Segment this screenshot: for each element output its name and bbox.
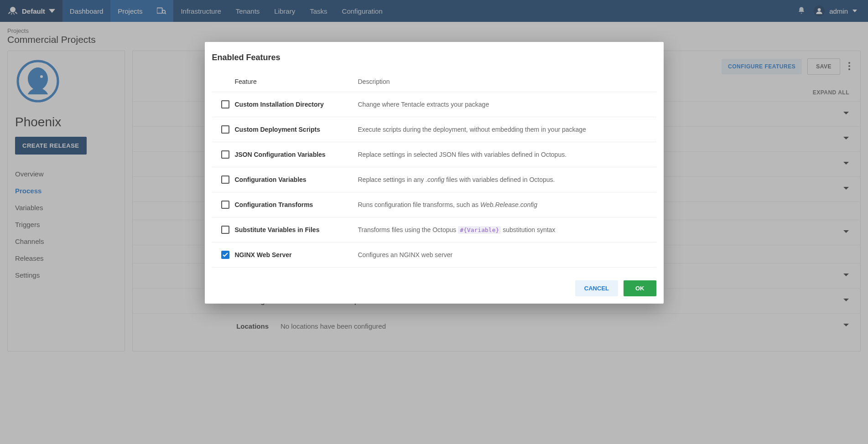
table-header: Feature Description	[212, 72, 656, 92]
feature-checkbox[interactable]	[221, 100, 229, 108]
feature-row: NGINX Web ServerConfigures an NGINX web …	[212, 243, 656, 268]
feature-description: Runs configuration file transforms, such…	[358, 201, 647, 208]
feature-name: Configuration Transforms	[235, 201, 313, 208]
feature-name: JSON Configuration Variables	[235, 151, 326, 158]
cancel-button[interactable]: CANCEL	[575, 280, 618, 296]
features-table: Feature Description Custom Installation …	[212, 72, 656, 268]
feature-row: Custom Deployment ScriptsExecute scripts…	[212, 117, 656, 142]
feature-checkbox[interactable]	[221, 176, 229, 184]
feature-row: Custom Installation DirectoryChange wher…	[212, 92, 656, 117]
feature-name: Custom Installation Directory	[235, 101, 324, 108]
feature-name: Configuration Variables	[235, 176, 307, 183]
feature-description: Configures an NGINX web server	[358, 251, 647, 258]
feature-checkbox[interactable]	[221, 125, 229, 134]
feature-checkbox[interactable]	[221, 150, 229, 159]
feature-name: NGINX Web Server	[235, 251, 292, 258]
feature-row: Configuration TransformsRuns configurati…	[212, 192, 656, 217]
enabled-features-dialog: Enabled Features Feature Description Cus…	[205, 42, 664, 304]
dialog-title: Enabled Features	[205, 42, 664, 72]
feature-col-header: Feature	[221, 78, 358, 85]
description-col-header: Description	[358, 78, 647, 85]
feature-name: Custom Deployment Scripts	[235, 126, 320, 133]
feature-description: Change where Tentacle extracts your pack…	[358, 101, 647, 108]
feature-description: Transforms files using the Octopus #{Var…	[358, 226, 647, 233]
feature-checkbox[interactable]	[221, 226, 229, 234]
feature-description: Execute scripts during the deployment, w…	[358, 126, 647, 133]
feature-row: Substitute Variables in FilesTransforms …	[212, 217, 656, 243]
feature-row: JSON Configuration VariablesReplace sett…	[212, 142, 656, 167]
feature-row: Configuration VariablesReplace settings …	[212, 167, 656, 192]
feature-description: Replace settings in any .config files wi…	[358, 176, 647, 183]
feature-name: Substitute Variables in Files	[235, 226, 320, 233]
feature-checkbox[interactable]	[221, 201, 229, 209]
modal-overlay[interactable]: Enabled Features Feature Description Cus…	[0, 0, 868, 444]
feature-description: Replace settings in selected JSON files …	[358, 151, 647, 158]
feature-checkbox[interactable]	[221, 251, 229, 259]
ok-button[interactable]: OK	[624, 280, 656, 296]
